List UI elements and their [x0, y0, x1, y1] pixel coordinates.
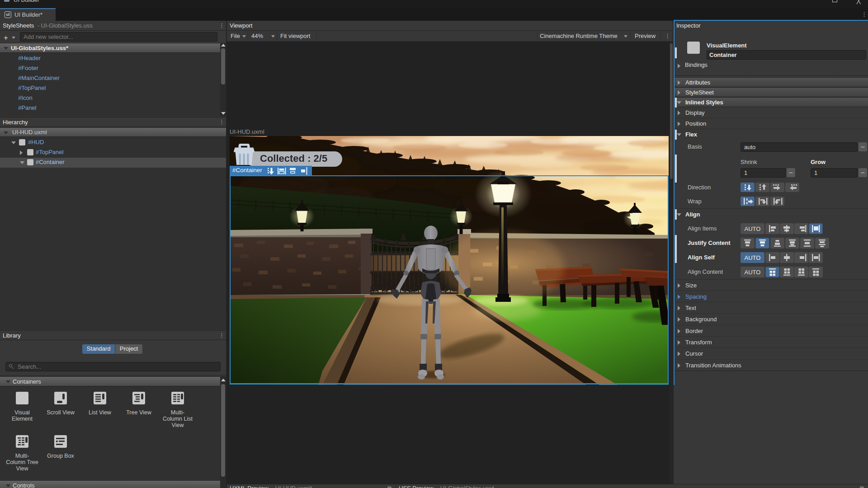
svg-text:AUTO: AUTO: [745, 225, 761, 232]
svg-text:AUTO: AUTO: [745, 254, 761, 261]
svg-text:AUTO: AUTO: [745, 269, 761, 276]
